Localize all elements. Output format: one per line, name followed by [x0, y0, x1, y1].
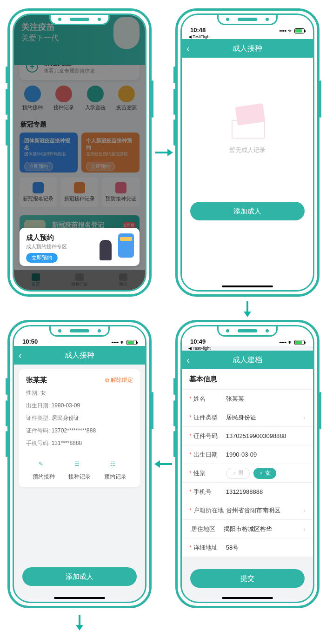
- syringe-icon: ✎: [39, 461, 49, 471]
- app-bar: ‹ 成人建档: [182, 351, 313, 369]
- form-row[interactable]: *手机号13121988888: [182, 482, 313, 501]
- screen-home: 关注疫苗 关爱下一代 + 绑定儿童 查看儿童专属疫苗信息 预约接种 接种记录 入…: [7, 8, 152, 297]
- form-row[interactable]: *户籍所在地贵州省贵阳市南明区›: [182, 501, 313, 519]
- testflight-back[interactable]: ◀ TestFlight: [188, 34, 211, 39]
- svg-marker-7: [76, 625, 83, 631]
- field-value[interactable]: 137025199003098888: [226, 432, 306, 439]
- form-row[interactable]: *性别♂ 男♀ 女: [182, 464, 313, 482]
- required-dot: *: [189, 470, 192, 477]
- form-row[interactable]: *详细地址58号: [182, 538, 313, 557]
- page-title: 成人建档: [233, 355, 262, 365]
- field-value[interactable]: ♂ 男♀ 女: [226, 468, 306, 479]
- arrow-right-icon: [154, 148, 173, 157]
- home-indicator[interactable]: [54, 597, 105, 599]
- empty-illustration: [220, 100, 275, 141]
- page-title: 成人接种: [65, 351, 94, 360]
- field-label: 证件类型: [193, 413, 226, 422]
- adult-apply-button[interactable]: 立即预约: [26, 253, 58, 263]
- clock: 10:49: [190, 338, 206, 345]
- action-appt-records[interactable]: ☷预约记录: [97, 461, 133, 481]
- required-dot: *: [189, 507, 192, 514]
- detail-row: 手机号码: 131****8888: [26, 439, 133, 447]
- required-dot: *: [189, 433, 192, 439]
- required-dot: *: [189, 396, 192, 402]
- arrow-down-icon: [75, 614, 84, 631]
- field-label: 详细地址: [193, 544, 226, 552]
- back-icon[interactable]: ‹: [186, 355, 190, 365]
- field-value[interactable]: 58号: [226, 544, 306, 552]
- person-name: 张某某: [26, 376, 47, 385]
- form-row[interactable]: *出生日期1990-03-09: [182, 445, 313, 464]
- field-label: 手机号: [193, 488, 226, 496]
- chevron-right-icon: ›: [303, 525, 306, 533]
- action-appointment[interactable]: ✎预约接种: [26, 461, 62, 481]
- list-icon: ☰: [74, 461, 85, 471]
- gender-male[interactable]: ♂ 男: [226, 468, 250, 479]
- required-dot: *: [189, 414, 192, 421]
- testflight-back[interactable]: ◀ TestFlight: [188, 346, 211, 351]
- detail-row: 证件类型: 居民身份证: [26, 414, 133, 422]
- back-icon[interactable]: ‹: [19, 351, 22, 360]
- screen-adult-detail: 10:50 •••• ᯤ ‹ 成人接种 张某某 ⧉ 解除绑定: [7, 320, 152, 608]
- screen-adult-create: 10:49 •••• ᯤ ◀ TestFlight ‹ 成人建档 基本信息 *姓…: [175, 320, 319, 608]
- svg-marker-3: [244, 312, 251, 317]
- adult-appointment-card[interactable]: 成人预约 成人预约接种专区 立即预约: [20, 228, 140, 266]
- svg-marker-5: [154, 460, 160, 468]
- chevron-right-icon: ›: [303, 507, 306, 514]
- empty-text: 暂无成人记录: [182, 146, 313, 154]
- clock: 10:50: [22, 338, 38, 345]
- field-value[interactable]: 居民身份证: [226, 413, 304, 422]
- link-icon: ⧉: [105, 377, 109, 384]
- field-value[interactable]: 1990-03-09: [226, 451, 306, 458]
- chevron-right-icon: ›: [303, 414, 306, 421]
- adult-illustration: [95, 232, 134, 260]
- arrow-down-icon: [243, 300, 252, 317]
- submit-button[interactable]: 提交: [190, 569, 305, 588]
- field-label: 出生日期: [193, 451, 226, 459]
- unbind-button[interactable]: ⧉ 解除绑定: [105, 376, 133, 384]
- svg-marker-1: [167, 149, 173, 156]
- add-adult-button[interactable]: 添加成人: [22, 567, 137, 586]
- person-card: 张某某 ⧉ 解除绑定 性别: 女出生日期: 1990-03-09证件类型: 居民…: [19, 369, 140, 487]
- field-label: 证件号码: [193, 432, 226, 440]
- calendar-icon: ☷: [110, 461, 120, 471]
- field-value[interactable]: 揭阳市榕城区榕华: [224, 525, 303, 533]
- clock: 10:48: [190, 27, 206, 33]
- field-label: 性别: [193, 469, 226, 478]
- detail-row: 证件号码: 13702*********888: [26, 427, 133, 435]
- required-dot: *: [189, 451, 192, 458]
- field-label: 姓名: [193, 395, 226, 403]
- field-value[interactable]: 13121988888: [226, 488, 306, 495]
- field-value[interactable]: 贵州省贵阳市南明区: [226, 506, 304, 515]
- female-icon: ♀: [259, 470, 263, 477]
- back-icon[interactable]: ‹: [186, 44, 190, 53]
- form-row[interactable]: 居住地区揭阳市榕城区榕华›: [182, 519, 313, 538]
- male-icon: ♂: [232, 470, 236, 477]
- home-indicator[interactable]: [222, 285, 273, 287]
- required-dot: *: [189, 489, 192, 495]
- form-row[interactable]: *姓名张某某: [182, 389, 313, 408]
- action-records[interactable]: ☰接种记录: [62, 461, 98, 481]
- arrow-left-icon: [154, 459, 173, 469]
- form-row[interactable]: *证件类型居民身份证›: [182, 408, 313, 426]
- gender-female[interactable]: ♀ 女: [253, 468, 276, 479]
- detail-row: 出生日期: 1990-03-09: [26, 402, 133, 410]
- app-bar: ‹ 成人接种: [14, 346, 145, 365]
- page-title: 成人接种: [233, 44, 262, 53]
- field-label: 户籍所在地: [193, 506, 226, 515]
- home-indicator[interactable]: [222, 597, 273, 599]
- add-adult-button[interactable]: 添加成人: [190, 202, 305, 220]
- detail-row: 性别: 女: [26, 389, 133, 397]
- form-row[interactable]: *证件号码137025199003098888: [182, 426, 313, 445]
- required-dot: *: [189, 544, 192, 551]
- field-value[interactable]: 张某某: [226, 395, 306, 403]
- section-basic-info: 基本信息: [182, 369, 313, 389]
- screen-adult-list-empty: 10:48 •••• ᯤ ◀ TestFlight ‹ 成人接种 暂无成人记录 …: [175, 8, 319, 297]
- field-label: 居住地区: [191, 525, 224, 533]
